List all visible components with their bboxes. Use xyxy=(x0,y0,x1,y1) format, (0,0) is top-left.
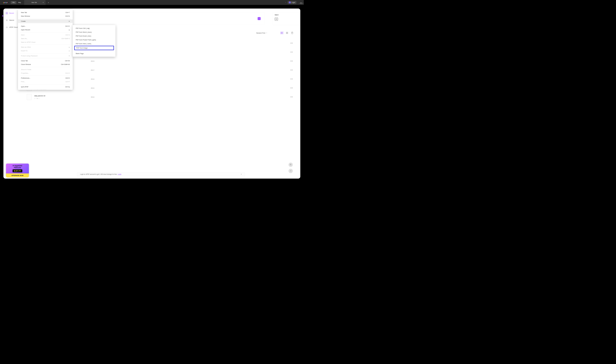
menu-item-label: Quit UPDF xyxy=(21,86,28,88)
view-grid-button[interactable] xyxy=(285,31,289,34)
menu-protect: Protect Using Password▶ xyxy=(18,54,73,58)
upgrade-price: $ 2?.?? xyxy=(13,169,22,173)
sort-dropdown[interactable]: Newest First xyxy=(256,32,267,34)
close-tab-icon[interactable]: ✕ xyxy=(42,2,44,3)
chevron-down-icon[interactable] xyxy=(284,1,288,3)
menu-item-label: New Tab xyxy=(21,12,27,13)
login-banner: Login to UPDF account to get 1 GB cloud … xyxy=(77,172,245,176)
create-from-ppt[interactable]: PDF from Power Point (.pptx) xyxy=(73,38,115,42)
menu-item-label: Print... xyxy=(21,81,26,83)
star-icon xyxy=(5,19,8,22)
upgrade-line1: 9 Upgraded xyxy=(7,165,28,167)
svg-line-23 xyxy=(291,165,291,165)
upgrade-line2: Features xyxy=(7,167,28,169)
sidebar-item-label: Recent xyxy=(9,13,14,14)
menu-divider xyxy=(20,76,70,76)
menu-item-label: Create xyxy=(21,20,26,22)
menu-item-label: Show in Folder xyxy=(21,69,31,70)
sidebar-item-label: Starred xyxy=(9,19,14,21)
file-more-button[interactable]: ••• xyxy=(290,60,293,62)
menu-save-as: Save As...Ctrl+Shift+S xyxy=(18,37,73,40)
menu-save: SaveCtrl+S xyxy=(18,33,73,37)
file-more-button[interactable]: ••• xyxy=(290,51,293,53)
help-fab[interactable]: ? xyxy=(288,169,293,173)
menu-shortcut: Ctrl+K xyxy=(66,77,70,79)
tab-new[interactable]: New Tab ✕ xyxy=(24,0,46,5)
menu-file[interactable]: File xyxy=(11,1,16,4)
menu-item-label: Save as Other xyxy=(21,46,31,48)
menu-open-recent[interactable]: Open Recent▶ xyxy=(18,28,73,32)
menu-close-tab[interactable]: Close TabCtrl+W xyxy=(18,59,73,63)
caret-down-icon xyxy=(266,32,267,34)
file-pages: 1/1 xyxy=(37,98,39,99)
menu-shortcut: Ctrl+W xyxy=(65,60,70,62)
menu-shortcut: Ctrl+N xyxy=(65,15,70,17)
menu-item-label: Close Window xyxy=(21,64,31,65)
menu-properties: Properties...Ctrl+D xyxy=(18,71,73,75)
menu-item-label: Open Recent xyxy=(21,29,30,31)
create-blank-page[interactable]: Blank Page xyxy=(73,52,115,55)
maximize-icon[interactable] xyxy=(300,2,301,3)
close-window-icon[interactable] xyxy=(301,2,303,3)
chevron-right-icon: ▶ xyxy=(69,46,70,48)
file-more-button[interactable]: ••• xyxy=(290,78,293,80)
menu-item-label: Export To xyxy=(21,50,27,52)
menu-open[interactable]: Open...Ctrl+O xyxy=(18,24,73,28)
svg-rect-19 xyxy=(287,32,288,33)
delete-button[interactable] xyxy=(290,31,294,34)
file-date: 05/16 xyxy=(91,96,114,98)
close-banner-icon[interactable]: ✕ xyxy=(241,173,242,175)
create-from-excel[interactable]: PDF from Excel (.xlsx) xyxy=(73,34,115,38)
menu-export: Export To▶ xyxy=(18,49,73,52)
titlebar: UPDF File Help New Tab ✕ ＋ 👤 Login xyxy=(0,0,304,5)
banner-login-link[interactable]: Login xyxy=(118,173,122,175)
search-fab[interactable] xyxy=(288,163,293,167)
chevron-right-icon: ▶ xyxy=(69,29,70,31)
menu-shortcut: Ctrl+Shift+W xyxy=(61,64,70,65)
file-row[interactable]: daliy-planner-02 1/1 | 05/16 ••• xyxy=(26,92,294,102)
minimize-icon[interactable] xyxy=(298,2,300,3)
chevron-right-icon: ▶ xyxy=(69,50,70,52)
menu-help[interactable]: Help xyxy=(16,1,22,4)
menu-divider xyxy=(20,19,70,19)
menu-item-label: Save xyxy=(21,34,25,36)
add-tab-button[interactable]: ＋ xyxy=(46,1,51,4)
menu-print: Print...Ctrl+P xyxy=(18,80,73,84)
login-button[interactable]: 👤 Login xyxy=(288,1,296,4)
cloud-icon xyxy=(5,26,8,29)
file-more-button[interactable]: ••• xyxy=(290,87,293,89)
menu-divider xyxy=(20,53,70,53)
create-from-word[interactable]: PDF from Word (.docx) xyxy=(73,30,115,34)
menu-shortcut: Ctrl+O xyxy=(65,26,70,27)
upgrade-button[interactable]: UPGRADE NOW xyxy=(6,173,29,177)
svg-rect-12 xyxy=(281,32,282,33)
file-more-button[interactable]: ••• xyxy=(290,69,293,71)
file-more-button[interactable]: ••• xyxy=(290,96,293,98)
menu-item-label: Save As... xyxy=(21,38,28,39)
view-list-button[interactable] xyxy=(280,31,284,34)
menu-new-window[interactable]: New WindowCtrl+N xyxy=(18,14,73,18)
file-date: 05/17 xyxy=(91,69,114,71)
menu-preferences[interactable]: Preferences...Ctrl+K xyxy=(18,76,73,80)
menu-shortcut: Ctrl+Q xyxy=(65,86,70,88)
cloud-status-icon xyxy=(34,98,36,99)
chevron-right-icon: ▶ xyxy=(69,55,70,57)
menu-close-window[interactable]: Close WindowCtrl+Shift+W xyxy=(18,63,73,66)
menu-new-tab[interactable]: New TabCtrl+T xyxy=(18,11,73,14)
upgrade-promo[interactable]: 9 Upgraded Features $ 2?.?? UPGRADE NOW xyxy=(6,164,29,178)
menu-quit[interactable]: Quit UPDFCtrl+Q xyxy=(18,85,73,89)
create-from-visio[interactable]: PDF from Visio (.vsdx) xyxy=(73,42,115,46)
file-more-button[interactable]: ••• xyxy=(290,42,293,44)
tab-label: New Tab xyxy=(26,2,42,3)
svg-rect-18 xyxy=(286,32,287,33)
sidebar-item-label: UPDF Cloud xyxy=(9,26,17,28)
menu-shortcut: Ctrl+P xyxy=(66,81,70,83)
menu-shortcut: Ctrl+D xyxy=(65,72,70,74)
menu-item-label: Open... xyxy=(21,26,26,27)
open-file-arrow-button[interactable] xyxy=(258,17,261,20)
svg-point-22 xyxy=(290,164,291,165)
create-from-caj[interactable]: PDF from CAJ (.caj) xyxy=(73,26,115,30)
batch-card[interactable]: Batch xyxy=(273,12,300,25)
menu-create[interactable]: Create▶ xyxy=(18,19,73,23)
create-from-image[interactable]: PDF from Image xyxy=(74,46,114,50)
